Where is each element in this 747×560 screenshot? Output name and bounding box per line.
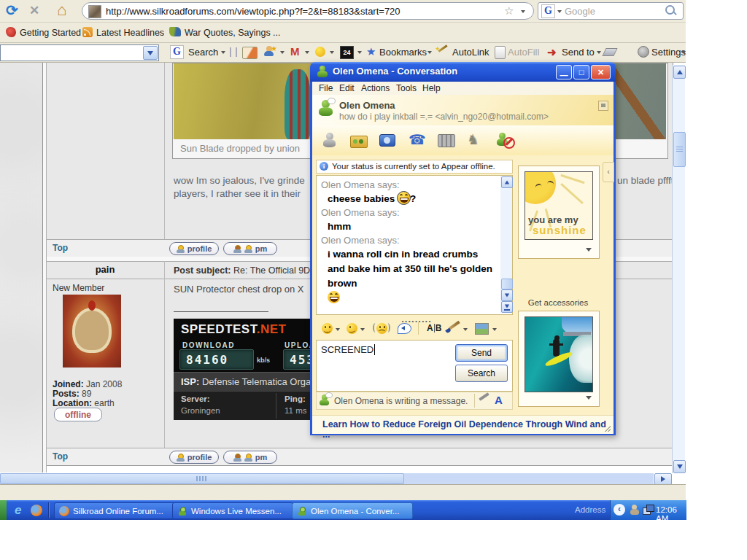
tray-network-icon[interactable] bbox=[643, 505, 653, 515]
messenger-titlebar[interactable]: Olen Omena - Conversation — □ ✕ bbox=[310, 62, 616, 82]
horizontal-scrollbar-thumb[interactable] bbox=[0, 473, 404, 484]
settings-dropdown-icon[interactable] bbox=[681, 51, 686, 54]
toolbar-combo-box[interactable] bbox=[0, 44, 159, 61]
google-search-box[interactable]: G Google bbox=[538, 2, 684, 20]
url-dropdown-icon[interactable] bbox=[521, 10, 525, 13]
gmail-icon[interactable]: M bbox=[290, 45, 300, 58]
wink-picker-icon[interactable] bbox=[347, 323, 357, 334]
badge-24-icon[interactable]: 24 bbox=[340, 46, 354, 59]
emoticon-picker-icon[interactable] bbox=[322, 323, 333, 334]
close-button[interactable]: ✕ bbox=[591, 65, 611, 79]
menu-help[interactable]: Help bbox=[422, 83, 441, 93]
wink-picker-dropdown[interactable] bbox=[360, 328, 365, 331]
google-engine-dropdown-icon[interactable] bbox=[557, 10, 562, 13]
ad-banner[interactable]: Learn How to Reduce Foreign Oil Dependen… bbox=[312, 415, 614, 434]
address-toolbar-label[interactable]: Address bbox=[575, 505, 605, 514]
gtoolbar-autofill-button[interactable]: AutoFill bbox=[508, 47, 539, 58]
my-pic-dropdown[interactable] bbox=[586, 396, 592, 400]
reload-icon[interactable]: ⟳ bbox=[6, 1, 18, 19]
contact-display-pic[interactable]: you are my sunshine bbox=[525, 171, 593, 240]
gtoolbar-sendto-button[interactable]: Send to bbox=[562, 47, 595, 58]
sharing-dropdown-icon[interactable] bbox=[280, 51, 285, 54]
resize-grip[interactable] bbox=[604, 425, 611, 432]
status-ball-icon[interactable] bbox=[315, 47, 325, 57]
menu-file[interactable]: File bbox=[319, 83, 333, 93]
message-input[interactable]: SCREENED Send Search bbox=[316, 340, 513, 392]
handwriting-toggle-icon[interactable] bbox=[479, 392, 489, 401]
bookmark-war-quotes[interactable]: War Quotes, Sayings ... bbox=[185, 28, 281, 38]
menu-tools[interactable]: Tools bbox=[396, 83, 417, 93]
background-picker-icon[interactable] bbox=[475, 323, 489, 335]
post2-pm-button[interactable]: pm bbox=[223, 451, 277, 464]
header-expand-icon[interactable] bbox=[598, 101, 608, 111]
scroll-down-button[interactable] bbox=[673, 460, 686, 473]
bookmark-getting-started[interactable]: Getting Started bbox=[20, 28, 81, 38]
horizontal-scrollbar[interactable] bbox=[0, 473, 654, 484]
gtoolbar-search-button[interactable]: Search bbox=[188, 47, 218, 58]
stop-icon[interactable]: ✕ bbox=[29, 3, 39, 18]
task-conversation[interactable]: Olen Omena - Conver... bbox=[292, 502, 413, 519]
sharing-buddy-icon[interactable]: ★ bbox=[264, 46, 276, 58]
google-search-placeholder[interactable]: Google bbox=[565, 6, 595, 17]
bookmark-star-icon[interactable]: ☆ bbox=[504, 4, 514, 18]
bookmarks-dropdown-icon[interactable] bbox=[427, 51, 432, 54]
home-icon[interactable]: ⌂ bbox=[57, 1, 66, 20]
scroll-up-button[interactable] bbox=[673, 66, 686, 79]
format-text-icon[interactable]: AB bbox=[427, 323, 441, 333]
contact-pic-dropdown[interactable] bbox=[586, 248, 592, 252]
google-g-icon[interactable]: G bbox=[541, 4, 555, 18]
message-scrollbar[interactable] bbox=[500, 176, 512, 313]
task-windows-live-messenger[interactable]: Windows Live Messen... bbox=[172, 502, 293, 519]
ie-quicklaunch-icon[interactable]: e bbox=[15, 503, 21, 518]
my-display-pic[interactable] bbox=[525, 316, 593, 392]
get-accessories-link[interactable]: Get accessories bbox=[518, 298, 598, 307]
gtoolbar-autolink-button[interactable]: AutoLink bbox=[452, 47, 489, 58]
shared-folders-icon[interactable] bbox=[350, 136, 368, 148]
vertical-scrollbar-thumb[interactable] bbox=[673, 132, 686, 167]
start-button-edge[interactable] bbox=[0, 500, 7, 520]
post2-top-link[interactable]: Top bbox=[53, 451, 68, 462]
messenger-window[interactable]: Olen Omena - Conversation — □ ✕ File Edi… bbox=[310, 62, 616, 435]
send-button[interactable]: Send bbox=[455, 344, 508, 362]
video-icon[interactable] bbox=[438, 134, 455, 147]
toolbar-splitter[interactable] bbox=[230, 47, 237, 57]
gtoolbar-search-dropdown-icon[interactable] bbox=[221, 51, 225, 54]
webcam-icon[interactable] bbox=[379, 134, 395, 147]
url-bar[interactable]: http://www.silkroadforums.com/viewtopic.… bbox=[82, 2, 534, 20]
message-scroll-bottom[interactable] bbox=[501, 301, 513, 313]
games-icon[interactable]: ♞ bbox=[467, 131, 479, 148]
post2-author[interactable]: pain bbox=[47, 264, 163, 275]
background-picker-dropdown[interactable] bbox=[492, 328, 497, 331]
task-silkroad-forum[interactable]: Silkroad Online Forum... bbox=[54, 502, 175, 519]
ad-text[interactable]: Learn How to Reduce Foreign Oil Dependen… bbox=[322, 419, 614, 440]
gmail-dropdown-icon[interactable] bbox=[305, 51, 309, 54]
invite-contact-icon[interactable] bbox=[322, 133, 337, 147]
status-ball-dropdown-icon[interactable] bbox=[330, 51, 334, 54]
menu-edit[interactable]: Edit bbox=[339, 83, 355, 93]
offline-status-button[interactable]: offline bbox=[54, 408, 102, 421]
handwriting-brush-icon[interactable] bbox=[449, 321, 460, 330]
collapse-panel-tab[interactable]: ‹ bbox=[603, 162, 614, 182]
voice-clip-icon[interactable] bbox=[398, 323, 411, 334]
combo-dropdown-button[interactable] bbox=[143, 46, 158, 60]
message-scroll-down[interactable] bbox=[501, 289, 513, 301]
url-text[interactable]: http://www.silkroadforums.com/viewtopic.… bbox=[106, 6, 400, 17]
gtoolbar-bookmarks-button[interactable]: Bookmarks bbox=[379, 47, 427, 58]
post2-profile-button[interactable]: profile bbox=[169, 451, 219, 464]
message-scroll-thumb[interactable] bbox=[501, 279, 513, 289]
post1-top-link[interactable]: Top bbox=[53, 243, 68, 253]
gtoolbar-settings-button[interactable]: Settings bbox=[651, 47, 686, 58]
eraser-icon[interactable] bbox=[602, 48, 617, 56]
sendto-dropdown-icon[interactable] bbox=[597, 51, 601, 54]
message-scroll-up[interactable] bbox=[501, 176, 513, 188]
badge-24-dropdown-icon[interactable] bbox=[357, 51, 362, 54]
tray-chevron-button[interactable]: ‹ bbox=[614, 504, 625, 516]
maximize-button[interactable]: □ bbox=[573, 65, 589, 79]
message-history[interactable]: Olen Omena says: cheese babies ? Olen Om… bbox=[316, 175, 513, 315]
emoticon-picker-dropdown[interactable] bbox=[336, 328, 340, 331]
news-card-icon[interactable] bbox=[242, 47, 258, 59]
menu-actions[interactable]: Actions bbox=[361, 83, 390, 93]
post1-profile-button[interactable]: profile bbox=[169, 242, 219, 255]
minimize-button[interactable]: — bbox=[556, 65, 572, 79]
block-contact-icon[interactable] bbox=[496, 133, 512, 149]
